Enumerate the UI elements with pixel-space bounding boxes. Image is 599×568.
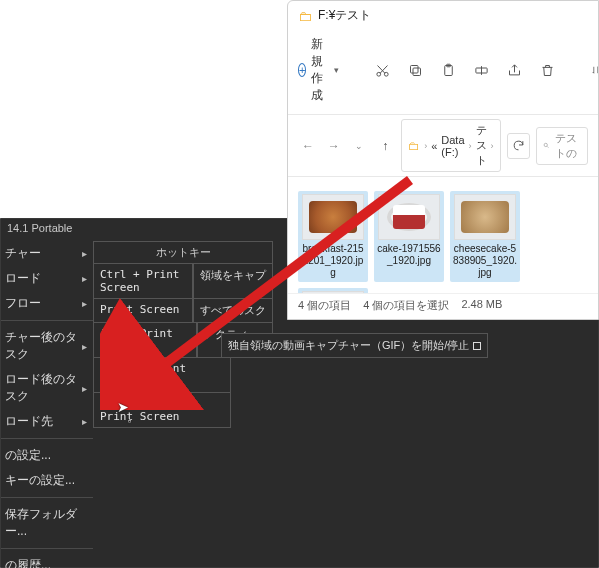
share-icon[interactable] bbox=[507, 62, 522, 78]
menu-item[interactable]: ロード後のタスク▸ bbox=[1, 367, 93, 409]
cursor-icon: ➤ bbox=[117, 399, 129, 415]
explorer-window: 🗀 F:¥テスト + 新規作成 ▾ 並べ bbox=[287, 0, 599, 320]
status-size: 2.48 MB bbox=[461, 298, 502, 313]
hotkey-row[interactable]: Shift + Print Screen bbox=[93, 358, 273, 393]
address-bar[interactable]: 🗀 › « Data (F:) › テスト › bbox=[401, 119, 500, 172]
dark-menu-left-col: チャー▸ ロード▸ フロー▸ チャー後のタスク▸ ロード後のタスク▸ ロード先▸… bbox=[1, 241, 93, 568]
stop-icon bbox=[473, 342, 481, 350]
search-icon bbox=[543, 140, 550, 151]
back-button[interactable]: ← bbox=[298, 134, 318, 158]
file-item[interactable]: cake-1971556_1920.jpg bbox=[374, 191, 444, 282]
search-input[interactable]: テストの bbox=[536, 127, 588, 165]
chevron-down-icon: ▾ bbox=[334, 65, 339, 75]
menu-item[interactable]: の履歴... bbox=[1, 548, 93, 568]
recent-button[interactable]: ⌄ bbox=[350, 134, 370, 158]
chevron-right-icon: ▸ bbox=[82, 416, 87, 427]
cursor-drag-hint: ▫ bbox=[128, 416, 131, 426]
sort-button[interactable]: 並べ bbox=[591, 53, 599, 87]
cut-icon[interactable] bbox=[375, 62, 390, 78]
svg-point-7 bbox=[544, 143, 547, 146]
chevron-right-icon: ▸ bbox=[82, 273, 87, 284]
delete-icon[interactable] bbox=[540, 62, 555, 78]
menu-item[interactable]: チャー後のタスク▸ bbox=[1, 320, 93, 367]
explorer-titlebar: 🗀 F:¥テスト bbox=[288, 1, 598, 30]
hotkey-header: ホットキー bbox=[93, 241, 273, 264]
file-item[interactable]: cheesecake-5838905_1920.jpg bbox=[450, 191, 520, 282]
menu-item[interactable]: チャー▸ bbox=[1, 241, 93, 266]
file-name: cheesecake-5838905_1920.jpg bbox=[453, 243, 517, 279]
thumbnail bbox=[378, 194, 440, 240]
refresh-button[interactable] bbox=[507, 133, 530, 159]
new-button[interactable]: + 新規作成 ▾ bbox=[298, 36, 339, 104]
folder-icon: 🗀 bbox=[408, 139, 420, 153]
menu-item[interactable]: ロード▸ bbox=[1, 266, 93, 291]
forward-button[interactable]: → bbox=[324, 134, 344, 158]
chevron-right-icon: ▸ bbox=[82, 341, 87, 352]
status-bar: 4 個の項目 4 個の項目を選択 2.48 MB bbox=[288, 293, 598, 319]
paste-icon[interactable] bbox=[441, 62, 456, 78]
thumbnail bbox=[454, 194, 516, 240]
chevron-right-icon: ▸ bbox=[82, 383, 87, 394]
file-name: breakfast-2151201_1920.jpg bbox=[301, 243, 365, 279]
menu-item[interactable]: 保存フォルダー... bbox=[1, 497, 93, 544]
dark-menu-title: 14.1 Portable bbox=[3, 219, 72, 237]
svg-point-0 bbox=[377, 72, 381, 76]
up-button[interactable]: ↑ bbox=[375, 134, 395, 158]
status-selected: 4 個の項目を選択 bbox=[363, 298, 449, 313]
menu-item[interactable]: キーの設定... bbox=[1, 468, 93, 493]
svg-rect-2 bbox=[413, 68, 421, 76]
hotkey-gif-desc: 独自領域の動画キャプチャー（GIF）を開始/停止 bbox=[221, 333, 488, 358]
new-label: 新規作成 bbox=[311, 36, 329, 104]
menu-item[interactable]: フロー▸ bbox=[1, 291, 93, 316]
folder-icon: 🗀 bbox=[298, 8, 312, 24]
explorer-toolbar: + 新規作成 ▾ 並べ bbox=[288, 30, 598, 114]
copy-icon[interactable] bbox=[408, 62, 423, 78]
explorer-nav: ← → ⌄ ↑ 🗀 › « Data (F:) › テスト › テストの bbox=[288, 114, 598, 177]
hotkey-row[interactable]: Print Screenすべてのスク bbox=[93, 299, 273, 323]
chevron-right-icon: ▸ bbox=[82, 248, 87, 259]
svg-point-1 bbox=[384, 72, 388, 76]
status-count: 4 個の項目 bbox=[298, 298, 351, 313]
file-name: cake-1971556_1920.jpg bbox=[377, 243, 441, 267]
explorer-title: F:¥テスト bbox=[318, 7, 371, 24]
svg-rect-3 bbox=[411, 65, 419, 73]
thumbnail bbox=[302, 194, 364, 240]
chevron-right-icon: ▸ bbox=[82, 298, 87, 309]
rename-icon[interactable] bbox=[474, 62, 489, 78]
file-item[interactable]: breakfast-2151201_1920.jpg bbox=[298, 191, 368, 282]
plus-icon: + bbox=[298, 63, 306, 77]
menu-item[interactable]: ロード先▸ bbox=[1, 409, 93, 434]
hotkey-row[interactable]: Ctrl + Print Screen領域をキャプ bbox=[93, 264, 273, 299]
menu-item[interactable]: の設定... bbox=[1, 438, 93, 468]
